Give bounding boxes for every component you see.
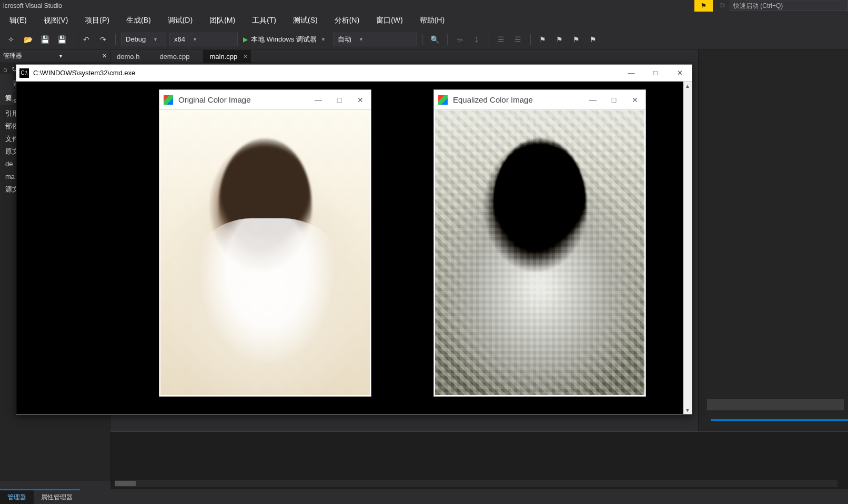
opencv-icon (164, 95, 173, 105)
notification-icon[interactable]: ⚑ (694, 0, 713, 12)
cmd-icon: C:\ (19, 68, 29, 78)
config-label: Debug (126, 35, 146, 43)
image-window-title: Original Color Image (178, 95, 251, 104)
chevron-down-icon: ▾ (154, 36, 157, 42)
scrollbar-track[interactable] (683, 90, 692, 406)
feedback-icon[interactable]: ⚐ (715, 0, 730, 12)
scroll-up-icon[interactable]: ▲ (683, 82, 692, 90)
save-all-icon[interactable]: 💾 (55, 33, 68, 46)
menu-test[interactable]: 测试(S) (285, 13, 326, 28)
quick-launch-input[interactable]: 快速启动 (Ctrl+Q) (730, 1, 848, 11)
doc-tab-label: main.cpp (209, 53, 237, 61)
bottom-tab-manager[interactable]: 管理器 (0, 490, 34, 505)
cmd-title-bar[interactable]: C:\ C:\WINDOWS\system32\cmd.exe — □ ✕ (16, 65, 692, 82)
right-docked-panel (698, 49, 848, 431)
undo-icon[interactable]: ↶ (79, 33, 93, 46)
menu-window[interactable]: 窗口(W) (368, 13, 411, 28)
close-button[interactable]: ✕ (624, 90, 645, 109)
menu-edit[interactable]: 辑(E) (1, 13, 35, 28)
toolbar-separator (489, 34, 489, 45)
toolbar-separator (422, 34, 423, 45)
new-item-icon[interactable]: ✧ (4, 33, 18, 46)
doc-tab-main-cpp[interactable]: main.cpp ✕ (203, 50, 251, 63)
maximize-button[interactable]: □ (603, 90, 624, 109)
bottom-tab-property-manager[interactable]: 属性管理器 (34, 490, 80, 505)
scroll-down-icon[interactable]: ▼ (683, 406, 692, 414)
toolbar-separator (530, 34, 531, 45)
toolwin-title-bar[interactable]: 管理器 ▾ ✕ (0, 49, 110, 62)
menu-build[interactable]: 生成(B) (118, 13, 159, 28)
config-combo[interactable]: Debug ▾ (121, 33, 166, 46)
image-window-equalized[interactable]: Equalized Color Image — □ ✕ (433, 89, 646, 397)
cmd-vertical-scrollbar[interactable]: ▲ ▼ (683, 82, 692, 414)
image-canvas-original (160, 110, 370, 395)
menu-debug[interactable]: 调试(D) (159, 13, 201, 28)
menu-team[interactable]: 团队(M) (201, 13, 244, 28)
open-icon[interactable]: 📂 (21, 33, 35, 46)
image-window-title-bar[interactable]: Original Color Image — □ ✕ (159, 90, 371, 110)
menu-project[interactable]: 项目(P) (76, 13, 118, 28)
vertical-tab-resources[interactable]: 资源 (0, 74, 13, 105)
menu-help[interactable]: 帮助(H) (411, 13, 453, 28)
image-canvas-equalized (435, 110, 644, 395)
close-icon[interactable]: ✕ (243, 53, 248, 60)
menu-tools[interactable]: 工具(T) (244, 13, 285, 28)
play-icon: ▶ (243, 36, 248, 43)
doc-tab-label: demo.h (117, 53, 139, 61)
vs-toolbar: ✧ 📂 💾 💾 ↶ ↷ Debug ▾ x64 ▾ ▶ 本地 Windows 调… (0, 29, 848, 49)
bookmark-clear-icon[interactable]: ⚑ (587, 33, 600, 46)
doc-tab-demo-h[interactable]: demo.h (110, 50, 153, 63)
close-button[interactable]: ✕ (668, 65, 692, 81)
close-icon[interactable]: ✕ (102, 53, 107, 59)
chevron-down-icon: ▾ (194, 36, 196, 42)
indent-left-icon[interactable]: ☰ (494, 33, 508, 46)
maximize-button[interactable]: □ (643, 65, 668, 81)
quick-launch-placeholder: 快速启动 (Ctrl+Q) (733, 2, 783, 11)
toolbar-separator (74, 34, 74, 45)
vs-title-text: icrosoft Visual Studio (3, 2, 62, 9)
toolwin-title-text: 管理器 (3, 52, 22, 61)
toolbar-separator (115, 34, 116, 45)
photo-placeholder (160, 110, 370, 395)
save-icon[interactable]: 💾 (38, 33, 52, 46)
step-over-icon[interactable]: ⤼ (453, 33, 467, 46)
platform-label: x64 (174, 35, 185, 43)
minimize-button[interactable]: — (582, 90, 603, 109)
minimize-button[interactable]: — (619, 65, 643, 81)
doc-tab-demo-cpp[interactable]: demo.cpp (153, 50, 203, 63)
image-window-title: Equalized Color Image (453, 95, 533, 104)
menu-view[interactable]: 视图(V) (35, 13, 77, 28)
image-window-title-bar[interactable]: Equalized Color Image — □ ✕ (434, 90, 645, 110)
horizontal-scrollbar[interactable] (115, 480, 837, 487)
maximize-button[interactable]: □ (329, 90, 350, 109)
auto-combo[interactable]: 自动 ▾ (333, 33, 417, 46)
menu-analyze[interactable]: 分析(N) (326, 13, 368, 28)
bookmark-next-icon[interactable]: ⚑ (570, 33, 583, 46)
start-debug-label: 本地 Windows 调试器 (251, 35, 317, 44)
bottom-tab-strip: 管理器 属性管理器 (0, 489, 80, 504)
opencv-icon (438, 95, 448, 105)
panel-placeholder (707, 399, 844, 410)
chevron-down-icon: ▾ (322, 36, 325, 42)
bookmark-icon[interactable]: ⚑ (536, 33, 550, 46)
step-into-icon[interactable]: ⤵ (470, 33, 483, 46)
chevron-down-icon[interactable]: ▾ (59, 53, 62, 59)
platform-combo[interactable]: x64 ▾ (169, 33, 238, 46)
redo-icon[interactable]: ↷ (96, 33, 110, 46)
start-debug-button[interactable]: ▶ 本地 Windows 调试器 ▾ (241, 33, 330, 46)
auto-label: 自动 (338, 35, 351, 44)
close-button[interactable]: ✕ (350, 90, 371, 109)
output-panel (110, 431, 848, 489)
bookmark-prev-icon[interactable]: ⚑ (553, 33, 567, 46)
find-icon[interactable]: 🔍 (428, 33, 442, 46)
image-window-original[interactable]: Original Color Image — □ ✕ (159, 89, 371, 397)
vs-menu-bar: 辑(E) 视图(V) 项目(P) 生成(B) 调试(D) 团队(M) 工具(T)… (0, 12, 848, 29)
indent-right-icon[interactable]: ☰ (511, 33, 525, 46)
doc-tab-label: demo.cpp (159, 53, 189, 61)
vs-title-bar: icrosoft Visual Studio ⚑ ⚐ 快速启动 (Ctrl+Q) (0, 0, 848, 12)
cmd-title-text: C:\WINDOWS\system32\cmd.exe (33, 69, 135, 77)
minimize-button[interactable]: — (308, 90, 329, 109)
toolbar-separator (447, 34, 448, 45)
scrollbar-thumb[interactable] (115, 481, 136, 486)
home-icon[interactable]: ⌂ (3, 65, 7, 73)
